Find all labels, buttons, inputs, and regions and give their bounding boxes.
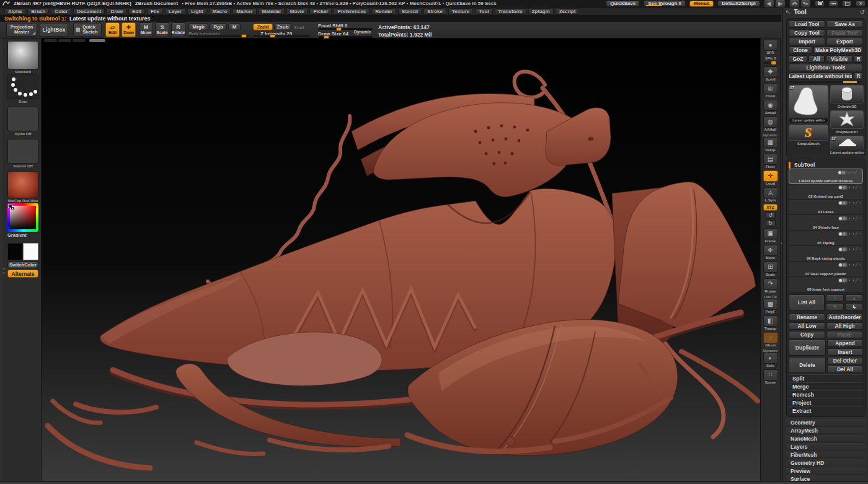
right-shelf-button[interactable]: ◉ Actual: [763, 100, 778, 115]
canvas-scrollbar[interactable]: [44, 39, 105, 42]
right-shelf-button[interactable]: XYZ: [763, 204, 777, 211]
menu-item[interactable]: Color: [51, 8, 71, 15]
mask-loop-icon[interactable]: ○: [859, 263, 861, 267]
current-tool-r-button[interactable]: R: [854, 73, 863, 80]
edit-name-icon[interactable]: ╱: [856, 232, 858, 236]
goz-all-button[interactable]: All: [808, 55, 825, 63]
polypaint-toggle-icon[interactable]: ◖: [849, 216, 851, 221]
subtool-section-bar[interactable]: Project: [789, 398, 863, 407]
right-shelf-button[interactable]: ✜ Move: [763, 245, 778, 260]
right-shelf-button[interactable]: ↻: [766, 220, 776, 227]
goz-r-button[interactable]: R: [854, 55, 863, 63]
uv-toggle-icon[interactable]: ◑: [852, 247, 854, 252]
mask-loop-icon[interactable]: ○: [859, 278, 861, 283]
right-shelf-button[interactable]: ↷ Rotate: [763, 278, 778, 294]
color-swatches[interactable]: SwitchColor Alternate: [7, 243, 38, 278]
polypaint-toggle-icon[interactable]: ◖: [849, 263, 851, 267]
subtool-section-bar[interactable]: Remesh: [789, 390, 863, 398]
all-high-button[interactable]: All High: [826, 322, 863, 330]
material-selector[interactable]: MatCap Red Wax: [7, 171, 38, 203]
subtool-row[interactable]: ◖ ◑ ╱ ○ Latest update without textures: [789, 169, 863, 184]
subtool-row[interactable]: ◖ ◑ ╱ ○ 05 Taping: [789, 231, 863, 246]
projection-master-button[interactable]: Projection Master ◢: [6, 23, 37, 37]
menu-item[interactable]: Zscript: [556, 8, 580, 15]
polypaint-toggle-icon[interactable]: ◖: [849, 185, 851, 190]
import-button[interactable]: Import: [789, 38, 825, 45]
switch-color-button[interactable]: SwitchColor: [7, 262, 38, 268]
mask-loop-icon[interactable]: ○: [859, 201, 861, 205]
draw-size-slider[interactable]: [318, 36, 373, 38]
palette-section[interactable]: Layers: [786, 443, 866, 451]
save-as-button[interactable]: Save As: [826, 20, 863, 28]
palette-section[interactable]: Geometry: [786, 419, 866, 427]
menu-item[interactable]: Alpha: [4, 8, 25, 15]
z-intensity-slider[interactable]: [253, 35, 310, 37]
right-shelf-button[interactable]: Line Fill ▩ PolyF: [763, 295, 778, 314]
tray-resize-handle[interactable]: ◂◂: [2, 266, 4, 275]
move-mode-button[interactable]: M Move: [139, 22, 153, 37]
visibility-toggle[interactable]: [838, 247, 848, 252]
list-all-button[interactable]: List All: [789, 294, 825, 310]
paste-tool-button[interactable]: Paste Tool: [826, 29, 863, 37]
document-canvas[interactable]: [42, 38, 760, 481]
minimize-button[interactable]: [828, 1, 838, 7]
edit-name-icon[interactable]: ╱: [856, 201, 858, 205]
right-shelf-button[interactable]: ✛ Local: [763, 170, 778, 186]
rgb-button[interactable]: Rgb: [210, 24, 227, 30]
active-tool-thumbnail[interactable]: 17 Latest update witho: [789, 85, 828, 123]
duplicate-button[interactable]: Duplicate: [789, 340, 826, 356]
brush-selector[interactable]: Standard: [7, 41, 38, 74]
insert-button[interactable]: Insert: [827, 348, 863, 356]
subtool-section-bar[interactable]: Extract: [789, 407, 863, 415]
mask-loop-icon[interactable]: ○: [859, 232, 861, 236]
polypaint-toggle-icon[interactable]: ◖: [849, 201, 851, 205]
left-tray-toggle-button[interactable]: ◂▮: [764, 0, 774, 7]
make-polymesh3d-button[interactable]: Make PolyMesh3D: [813, 46, 863, 54]
polypaint-toggle-icon[interactable]: ◖: [848, 170, 851, 175]
rename-button[interactable]: Rename: [789, 314, 825, 321]
edit-name-icon[interactable]: ╱: [856, 247, 858, 252]
next-doc-button[interactable]: ✎▸: [800, 0, 811, 7]
palette-section[interactable]: Geometry HD: [786, 459, 866, 467]
visibility-toggle[interactable]: [838, 201, 848, 205]
alternate-button[interactable]: Alternate: [7, 270, 38, 278]
palette-section[interactable]: ArrayMesh: [786, 427, 866, 435]
menu-item[interactable]: Preferences: [334, 8, 370, 15]
append-button[interactable]: Append: [827, 340, 863, 347]
stroke-selector[interactable]: Dots: [7, 74, 38, 103]
see-through-slider[interactable]: See-through 0: [644, 0, 686, 7]
menu-item[interactable]: Transform: [495, 8, 526, 15]
alpha-selector[interactable]: Alpha Off: [7, 107, 38, 136]
menu-item[interactable]: Macro: [209, 8, 231, 15]
polypaint-toggle-icon[interactable]: ◖: [849, 278, 851, 283]
visibility-toggle[interactable]: [838, 278, 848, 283]
subtool-row[interactable]: ◖ ◑ ╱ ○ 08 Inner foot support: [789, 277, 863, 293]
right-shelf-button[interactable]: ● BPR: [763, 40, 778, 55]
del-other-button[interactable]: Del Other: [827, 357, 863, 364]
all-low-button[interactable]: All Low: [789, 322, 825, 330]
right-shelf-button[interactable]: ▤ Floor: [763, 154, 778, 169]
hue-ring[interactable]: [7, 203, 38, 232]
menu-item[interactable]: Document: [73, 8, 105, 15]
mask-loop-icon[interactable]: ○: [859, 247, 861, 252]
menu-item[interactable]: Stroke: [423, 8, 446, 15]
clone-button[interactable]: Clone: [789, 46, 812, 54]
texture-selector[interactable]: Texture Off: [7, 139, 38, 168]
visibility-toggle[interactable]: [838, 216, 848, 221]
mask-loop-icon[interactable]: ○: [858, 170, 861, 175]
subtool-row[interactable]: ◖ ◑ ╱ ○ 04 Shindo lace: [789, 215, 863, 231]
uv-toggle-icon[interactable]: ◑: [852, 216, 854, 221]
mrgb-button[interactable]: Mrgb: [188, 24, 208, 30]
right-shelf-button[interactable]: ⊞ Scale: [763, 262, 778, 277]
visibility-toggle[interactable]: [838, 232, 848, 236]
right-shelf-button[interactable]: Dynamic ▦ Persp: [763, 133, 778, 152]
goz-visible-button[interactable]: Visible: [826, 55, 852, 63]
saturation-value-square[interactable]: [10, 206, 36, 229]
polymesh3d-tool-thumbnail[interactable]: [830, 110, 864, 129]
edit-name-icon[interactable]: ╱: [856, 216, 858, 221]
edit-mode-button[interactable]: ▱ Edit: [105, 22, 120, 37]
mask-loop-icon[interactable]: ○: [859, 185, 861, 190]
right-shelf-button[interactable]: Dynamic ◐ Solo: [763, 349, 778, 368]
paste-subtool-button[interactable]: Paste: [826, 331, 863, 338]
subtool-up-button[interactable]: ↑: [826, 294, 844, 302]
